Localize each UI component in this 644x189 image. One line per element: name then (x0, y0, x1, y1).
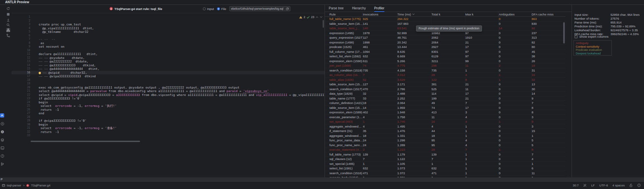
column-header[interactable]: DFA cache miss (532, 12, 565, 16)
profiler-row[interactable]: search_condition (1517)4702.78652511030 (325, 87, 565, 92)
tab-hierarchy[interactable]: Hierarchy (352, 5, 366, 12)
profiler-mode-icon[interactable] (6, 28, 10, 32)
code-editor[interactable]: 123create proc up_com_test4 @p_vipa11111… (12, 13, 325, 149)
profiler-row[interactable]: sql_clauses (12)71.1227104 (325, 157, 565, 162)
unlocked-icon[interactable] (629, 184, 633, 187)
code-text: if @vipa333333333333 !='0' (39, 119, 87, 123)
profiler-row[interactable]: execute_parameter (1…41.75811403 (325, 115, 565, 120)
browse-file-icon[interactable] (286, 7, 289, 10)
profiler-row[interactable]: search_condition (1516)4711.0724711011 (325, 171, 565, 176)
file-path-field[interactable]: ebelice/Github/tsql-parser/examples/big.… (229, 6, 290, 11)
profiler-cell: 7 (532, 152, 565, 157)
profiler-row[interactable]: if_statement (31)351.476441015 (325, 129, 565, 134)
profiler-row[interactable]: full_table_name (1775)925294.3220863 (325, 17, 565, 22)
profiler-row[interactable]: select_list_elem (1592)6326.669612997038 (325, 54, 565, 59)
profiler-cell: 632 (363, 54, 397, 59)
refresh-icon[interactable] (6, 6, 10, 11)
tab-parse-tree[interactable]: Parse tree (329, 5, 344, 12)
terminal-stripe-button[interactable] (0, 146, 4, 150)
file-radio-dot[interactable] (217, 7, 220, 10)
profiler-row[interactable]: aggregate_windowed…181.33118101 (325, 134, 565, 138)
profiler-row[interactable]: table_name (1777)332.2521992109 (325, 96, 565, 101)
problems-stripe-button[interactable] (0, 154, 4, 158)
profiler-row[interactable]: full_table_name (1773)1391.179139107 (325, 152, 565, 157)
column-header[interactable]: Total k (431, 12, 465, 16)
line-number: 10 (12, 49, 30, 52)
breadcrumb-project[interactable]: tsql-parser (7, 184, 21, 187)
column-header[interactable]: Max k (465, 12, 499, 16)
search-icon[interactable] (6, 23, 10, 27)
profiler-row[interactable]: expression (1498)199820.342206421082 (325, 40, 565, 45)
profiler-row[interactable]: select_list (1581)6321.073632106 (325, 166, 565, 171)
line-separator-indicator[interactable]: LF (591, 184, 595, 187)
profiler-row[interactable]: data_type (1829)322.48811417014 (325, 91, 565, 96)
chevron-down-icon[interactable] (320, 16, 323, 18)
profiler-row[interactable]: column_definition (1421)182.06449707 (325, 101, 565, 106)
run-stripe-button[interactable] (0, 122, 4, 126)
line-col-indicator[interactable]: 30:7 (573, 184, 579, 187)
encoding-indicator[interactable]: UTF-8 (599, 184, 608, 187)
inspections-status-icon[interactable] (637, 184, 641, 187)
profiler-row[interactable]: table_source_item (15…141.959741708 (325, 106, 565, 110)
expert-columns-checkbox[interactable]: Show expert columns (574, 35, 609, 38)
profiler-cell: 0 (499, 115, 532, 119)
inspections-widget[interactable]: 2 23 (299, 15, 323, 19)
input-radio[interactable]: Input (203, 7, 214, 11)
profiler-row[interactable]: set_special (483)11.74616419 (325, 119, 565, 124)
file-radio[interactable]: File (217, 7, 226, 11)
stop-icon[interactable] (6, 12, 10, 16)
profiler-row[interactable]: func_proc_name_data…241.29895405 (325, 138, 565, 143)
editor-line: 27end (12, 111, 325, 115)
editor-hscroll-thumb[interactable] (31, 141, 140, 142)
code-text: @p_vipa1111111111111 dtint, (39, 26, 94, 30)
preview-toolbar (5, 5, 12, 177)
profiler-row[interactable]: expression_elem (1589)4021.948413308 (325, 110, 565, 115)
scroll-to-end-icon[interactable] (6, 18, 10, 22)
editor-line: 3create proc up_com_test (12, 23, 325, 26)
profiler-cell: 3.171 (397, 82, 431, 87)
profiler-row[interactable]: execute_statement (4…21.22328718 (325, 147, 565, 152)
antlr-preview-stripe-button[interactable] (0, 113, 4, 118)
profiler-cell: full_table_name (1773) (329, 152, 363, 157)
profiler-row[interactable]: set_special (1485)11.1051101 (325, 162, 565, 166)
editor-line: 20exec nb_com_getsysconfig @a11111111111… (12, 86, 325, 90)
profiler-cell: 611 (363, 59, 397, 63)
profiler-row[interactable]: join_part (1569)744.77529811218 (325, 63, 565, 68)
profiler-row[interactable]: as_column_alias (16…74.012284116 (325, 73, 565, 78)
profiler-table-header[interactable]: RuleInvocationsTime (ms)Total kMax kAmbi… (325, 12, 565, 17)
editor-horizontal-scrollbar[interactable] (31, 141, 320, 142)
profiler-row[interactable]: table_source_item (15…1273.17138121013 (325, 82, 565, 87)
profiler-row[interactable]: predicate (1525)46113.444292717080 (325, 45, 565, 50)
checkbox-box[interactable] (574, 35, 578, 38)
editor-vertical-scrollbar[interactable] (323, 20, 324, 28)
services-stripe-button[interactable] (0, 138, 4, 142)
breadcrumb-file[interactable]: TSqlParser.g4 (31, 184, 50, 187)
tab-profiler[interactable]: Profiler (374, 5, 384, 12)
input-radio-dot[interactable] (203, 7, 206, 10)
intention-bulb-icon[interactable] (39, 72, 41, 74)
profiler-cell: 2 (499, 63, 532, 68)
profiler-row[interactable]: query_expression (1527)11748.76120621910… (325, 35, 565, 40)
column-header[interactable]: Invocations (363, 12, 397, 16)
antlr-stripe-button[interactable]: A (0, 130, 4, 134)
chevron-up-icon[interactable] (316, 16, 318, 18)
hierarchy-view-icon[interactable] (6, 33, 10, 38)
readonly-pen-icon[interactable] (583, 184, 587, 187)
profiler-cell: expression (1498) (329, 40, 363, 45)
column-header[interactable]: Ambiguities (499, 12, 532, 16)
version-control-stripe-button[interactable] (0, 162, 4, 166)
profiler-row[interactable]: expression_elem (1590)6115.266321199026 (325, 59, 565, 64)
line-number: 24 (12, 100, 30, 104)
indent-indicator[interactable]: 4 spaces (612, 184, 625, 187)
profiler-row[interactable]: aggregate_windowed…41.4954103 (325, 124, 565, 129)
profiler-cell (431, 22, 465, 26)
profiler-row[interactable]: table_alias (1606)523.6291228132 (325, 78, 565, 82)
profiler-cell: table_source_item_j… (329, 26, 363, 31)
profiler-row[interactable]: search_condition (1519)7354.1587351031 (325, 68, 565, 73)
profiler-row[interactable]: func_proc_name_serv…241.28995405 (325, 143, 565, 148)
column-header[interactable]: Time (ms) (397, 12, 431, 16)
line-number: 16 (12, 71, 30, 75)
table-scrollbar[interactable] (563, 22, 565, 43)
profiler-row[interactable]: full_column_name (17…10948.635830197045 (325, 50, 565, 54)
column-header[interactable]: Rule (329, 12, 363, 16)
